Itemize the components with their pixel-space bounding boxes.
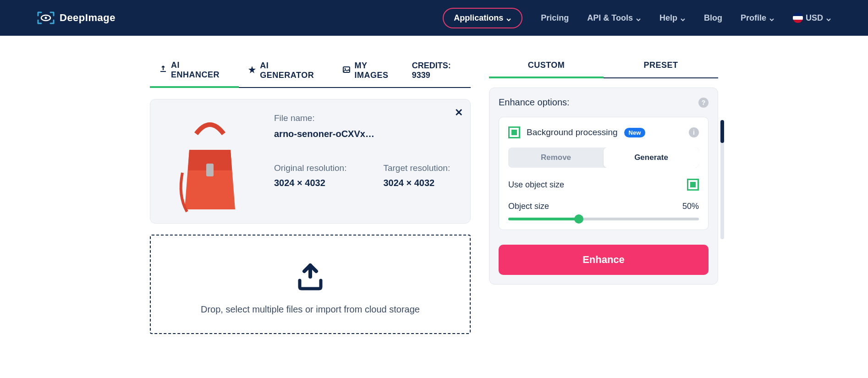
brand-logo[interactable]: DeepImage [37,11,115,25]
file-info: File name: arno-senoner-oCXVx… Original … [274,109,461,214]
credits-display: CREDITS: 9339 [412,55,471,87]
filename-label: File name: [274,113,461,123]
nav-pricing[interactable]: Pricing [541,13,569,23]
chevron-down-icon [680,15,686,21]
nav-applications[interactable]: Applications [443,8,522,28]
chevron-down-icon [769,15,775,21]
brand-name: DeepImage [60,12,115,24]
nav-blog[interactable]: Blog [704,13,722,23]
filename-value: arno-senoner-oCXVx… [274,129,461,139]
option-label: Background processing [527,127,618,137]
nav-help[interactable]: Help [659,13,686,23]
nav-api-tools[interactable]: API & Tools [587,13,641,23]
object-size-slider[interactable] [508,218,699,220]
nav-profile[interactable]: Profile [741,13,775,23]
close-icon[interactable]: ✕ [455,107,463,119]
checkbox-bg-processing[interactable] [508,126,520,138]
svg-point-1 [45,17,47,19]
upload-icon [159,65,167,76]
option-background-processing: Background processing New i Remove Gener… [499,117,709,230]
main-nav: Applications Pricing API & Tools Help Bl… [443,8,831,28]
object-size-value: 50% [682,202,699,211]
file-thumbnail [159,109,260,214]
help-icon[interactable]: ? [698,98,709,108]
chevron-down-icon [506,15,511,21]
new-badge: New [624,128,646,137]
dropzone-text: Drop, select multiple files or import fr… [160,304,461,315]
orig-res-label: Original resolution: [274,163,346,173]
tab-ai-enhancer[interactable]: AI ENHANCER [150,54,239,88]
chevron-down-icon [636,15,641,21]
panel-tabs: CUSTOM PRESET [489,54,718,78]
star-icon [248,66,256,76]
upload-icon [294,263,326,290]
segment-remove-generate: Remove Generate [508,148,699,168]
tab-my-images[interactable]: MY IMAGES [333,55,412,87]
uk-flag-icon [793,13,803,23]
enhance-options-panel: Enhance options: ? Background processing… [489,88,718,285]
main-content: AI ENHANCER AI GENERATOR MY IMAGES CREDI… [113,36,755,352]
image-icon [342,66,351,76]
mode-tabs: AI ENHANCER AI GENERATOR MY IMAGES CREDI… [150,54,471,88]
scrollbar[interactable] [720,120,724,239]
tab-ai-generator[interactable]: AI GENERATOR [239,55,333,87]
seg-remove[interactable]: Remove [508,148,604,168]
dropzone[interactable]: Drop, select multiple files or import fr… [150,235,471,334]
orig-res-value: 3024 × 4032 [274,178,346,188]
checkbox-use-object-size[interactable] [687,179,699,191]
target-res-value: 3024 × 4032 [383,178,450,188]
svg-rect-4 [206,164,214,176]
enhance-button[interactable]: Enhance [499,245,709,275]
nav-currency[interactable]: USD [793,13,831,23]
seg-generate[interactable]: Generate [604,148,699,168]
top-header: DeepImage Applications Pricing API & Too… [0,0,868,36]
info-icon[interactable]: i [689,127,699,137]
chevron-down-icon [826,15,831,21]
file-card: ✕ File name: arno-senoner-oCXVx… Origina… [150,99,471,224]
object-size-label: Object size [508,202,549,211]
panel-tab-custom[interactable]: CUSTOM [489,54,604,78]
panel-tab-preset[interactable]: PRESET [604,54,718,77]
eye-logo-icon [37,11,55,25]
use-object-size-label: Use object size [508,180,564,190]
target-res-label: Target resolution: [383,163,450,173]
panel-title: Enhance options: [499,97,570,108]
